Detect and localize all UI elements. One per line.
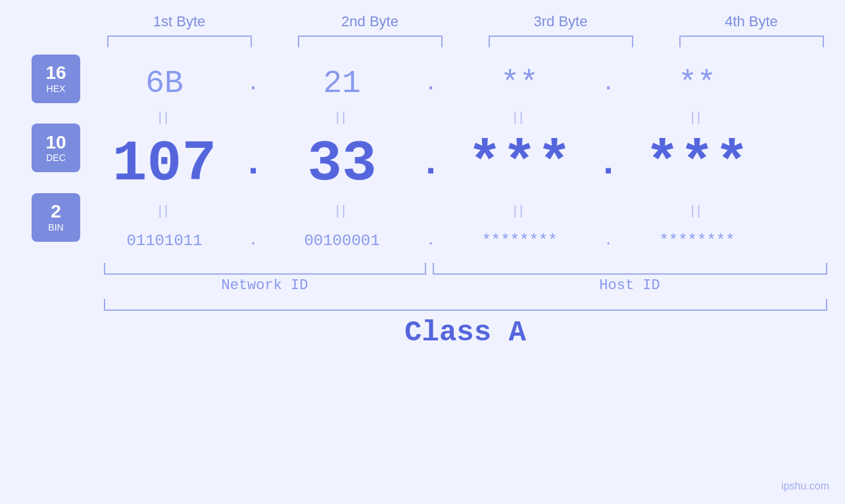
eq1-b4: ||	[691, 110, 703, 125]
dec-badge: 10 DEC	[32, 124, 80, 172]
badges-column: 16 HEX 10 DEC 2 BIN	[0, 60, 92, 235]
class-bracket	[104, 299, 827, 311]
values-area: 6B . 21 . ** . ** || || || || 107	[92, 60, 815, 260]
bottom-brackets-row	[104, 263, 827, 275]
bin-badge-label: BIN	[48, 222, 63, 233]
watermark: ipshu.com	[781, 480, 829, 492]
bracket-byte4	[679, 35, 824, 47]
top-brackets	[104, 35, 827, 47]
header-byte2: 2nd Byte	[298, 13, 443, 30]
bin-b4: ********	[659, 232, 735, 250]
dec-b4: ***	[645, 131, 749, 196]
eq2-b2: ||	[336, 203, 348, 218]
hex-b1: 6B	[145, 66, 183, 101]
header-byte3: 3rd Byte	[489, 13, 633, 30]
id-label-row: Network ID Host ID	[104, 277, 827, 294]
dec-dot2: .	[420, 143, 442, 185]
hex-b4: **	[678, 66, 716, 101]
eq1-b2: ||	[336, 110, 348, 125]
hex-row: 6B . 21 . ** . **	[92, 60, 815, 106]
eq1-b1: ||	[158, 110, 170, 125]
dec-badge-label: DEC	[46, 152, 66, 163]
hex-badge-num: 16	[45, 63, 66, 83]
dec-b3: ***	[468, 131, 571, 196]
bin-b1: 01101011	[126, 232, 202, 250]
network-id-label: Network ID	[104, 277, 426, 294]
hex-dot3: .	[602, 72, 614, 96]
main-container: 1st Byte 2nd Byte 3rd Byte 4th Byte 16 H…	[0, 0, 845, 504]
bin-badge-num: 2	[51, 202, 61, 222]
hex-b2: 21	[323, 66, 361, 101]
eq1-b3: ||	[514, 110, 525, 125]
dec-dot1: .	[242, 143, 264, 185]
hex-badge-label: HEX	[47, 83, 66, 94]
header-byte4: 4th Byte	[679, 13, 824, 30]
dec-row: 107 . 33 . *** . ***	[92, 127, 815, 200]
network-id-bracket	[104, 263, 426, 275]
bin-b2: 00100001	[304, 232, 379, 250]
dec-b2: 33	[307, 131, 377, 196]
dec-b1: 107	[112, 131, 216, 196]
bin-dot2: .	[426, 233, 435, 249]
bracket-byte1	[107, 35, 252, 47]
bin-badge: 2 BIN	[32, 193, 80, 242]
eq2-b3: ||	[514, 203, 525, 218]
hex-dot1: .	[247, 72, 259, 96]
column-headers: 1st Byte 2nd Byte 3rd Byte 4th Byte	[104, 13, 827, 30]
class-label-row: Class A	[104, 316, 827, 349]
bin-dot3: .	[604, 233, 612, 249]
bracket-byte3	[489, 35, 633, 47]
bracket-byte2	[298, 35, 443, 47]
host-id-bracket	[433, 263, 827, 275]
eq2-b4: ||	[691, 203, 703, 218]
bin-row: 01101011 . 00100001 . ******** . *******…	[92, 221, 815, 260]
dec-badge-num: 10	[45, 133, 66, 153]
header-byte1: 1st Byte	[107, 13, 252, 30]
class-label: Class A	[404, 316, 526, 349]
host-id-label: Host ID	[433, 277, 827, 294]
hex-b3: **	[500, 66, 539, 101]
equals-row-1: || || || ||	[92, 106, 815, 127]
bin-b3: ********	[481, 232, 557, 250]
hex-badge: 16 HEX	[32, 55, 80, 103]
bin-dot1: .	[249, 233, 257, 249]
dec-dot3: .	[597, 143, 619, 185]
equals-row-2: || || || ||	[92, 200, 815, 221]
eq2-b1: ||	[158, 203, 170, 218]
hex-dot2: .	[424, 72, 437, 96]
